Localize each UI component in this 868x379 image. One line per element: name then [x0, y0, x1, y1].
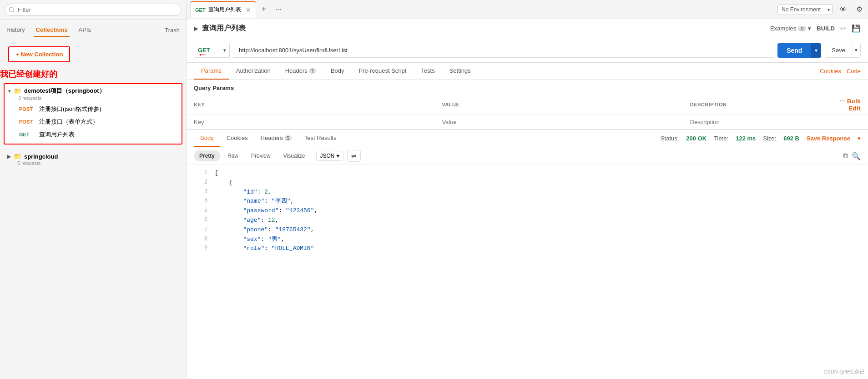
- tab-name: 查询用户列表: [208, 6, 241, 14]
- method-badge-get: GET: [19, 132, 35, 137]
- json-content: 1 [ 2 { 3 "id": 2, 4 "name": "李四", 5 "pa…: [187, 165, 868, 379]
- examples-button[interactable]: Examples 0 ▾: [770, 25, 811, 32]
- tab-params[interactable]: Params: [194, 63, 229, 80]
- code-link[interactable]: Code: [847, 68, 861, 75]
- response-tab-test-results[interactable]: Test Results: [298, 130, 343, 147]
- send-button[interactable]: Send: [777, 43, 811, 58]
- expand-arrow-icon[interactable]: ▶: [194, 25, 198, 32]
- request-name: 注册接口(json格式传参): [39, 105, 101, 113]
- json-line-1: 1 [: [187, 169, 868, 178]
- tab-tests[interactable]: Tests: [414, 63, 442, 80]
- request-name3: 查询用户列表: [39, 130, 75, 139]
- format-preview-button[interactable]: Preview: [246, 150, 276, 161]
- col-key-header: KEY: [187, 94, 434, 115]
- build-button[interactable]: BUILD: [817, 25, 835, 32]
- collection-item-demotest[interactable]: ▾ 📁 demotest项目（springboot） 3 requests PO…: [4, 83, 182, 145]
- sub-tab-right: Cookies Code: [820, 68, 861, 75]
- more-params-icon[interactable]: ···: [839, 97, 845, 105]
- bulk-edit-link[interactable]: Bulk Edit: [847, 98, 861, 112]
- tab-authorization[interactable]: Authorization: [229, 63, 278, 80]
- cookies-link[interactable]: Cookies: [820, 68, 841, 75]
- more-tabs-button[interactable]: ···: [272, 4, 285, 15]
- chevron-down-icon: ▾: [8, 88, 11, 94]
- url-input[interactable]: [233, 43, 774, 58]
- main-panel: GET 查询用户列表 ✕ + ··· No Environment ▾ 👁 ⚙ …: [187, 0, 868, 379]
- active-request-tab[interactable]: GET 查询用户列表 ✕: [190, 1, 256, 18]
- format-pretty-button[interactable]: Pretty: [194, 150, 220, 161]
- tab-history[interactable]: History: [5, 24, 26, 37]
- save-response-button[interactable]: Save Response: [807, 135, 850, 142]
- json-line-6: 6 "age": 12,: [187, 216, 868, 225]
- format-type-selector[interactable]: JSON ▾: [316, 151, 343, 161]
- value-input[interactable]: [442, 119, 675, 125]
- collection-name: demotest项目（springboot）: [24, 87, 105, 95]
- examples-count-badge: 0: [798, 26, 806, 31]
- response-tab-cookies[interactable]: Cookies: [220, 130, 254, 147]
- tab-body[interactable]: Body: [323, 63, 352, 80]
- chevron-right-icon: ▶: [7, 154, 11, 160]
- close-tab-icon[interactable]: ✕: [246, 6, 251, 14]
- collection-name2: springcloud: [24, 153, 58, 160]
- format-raw-button[interactable]: Raw: [222, 150, 244, 161]
- col-value-header: VALUE: [434, 94, 682, 115]
- save-main-button[interactable]: Save: [825, 43, 852, 57]
- sub-tabs-bar: Params Authorization Headers7 Body Pre-r…: [187, 63, 868, 80]
- request-item-post2[interactable]: POST 注册接口（表单方式）: [8, 115, 178, 128]
- param-empty-row: [187, 115, 868, 130]
- json-line-5: 5 "password": "123456",: [187, 206, 868, 216]
- method-selector[interactable]: GET POST PUT DELETE ▾: [194, 43, 230, 58]
- settings-button[interactable]: ⚙: [854, 3, 864, 15]
- tab-collections[interactable]: Collections: [34, 24, 69, 37]
- size-value: 692 B: [783, 135, 799, 142]
- save-button-wrapper: Save ▾: [825, 43, 861, 58]
- save-icon-button[interactable]: 💾: [852, 24, 861, 33]
- send-button-wrapper: Send ▾: [777, 43, 821, 58]
- tab-bar-right: No Environment ▾ 👁 ⚙: [777, 3, 864, 15]
- request-title: 查询用户列表: [202, 24, 246, 33]
- new-collection-button[interactable]: + New Collection: [8, 46, 70, 62]
- trash-button[interactable]: Trash: [163, 25, 182, 35]
- collection-count2: 5 requests: [17, 160, 179, 166]
- response-toolbar: Pretty Raw Preview Visualize JSON ▾ ⇌ ⧉ …: [187, 147, 868, 165]
- response-tab-headers[interactable]: Headers5: [254, 130, 298, 147]
- collection-item-springcloud[interactable]: ▶ 📁 springcloud 5 requests: [4, 150, 182, 169]
- collection-header2: ▶ 📁 springcloud: [7, 153, 179, 160]
- collection-header: ▾ 📁 demotest项目（springboot）: [8, 87, 178, 95]
- search-response-button[interactable]: 🔍: [852, 152, 861, 160]
- add-tab-button[interactable]: +: [258, 3, 270, 16]
- tab-pre-request[interactable]: Pre-request Script: [352, 63, 414, 80]
- response-status-area: Status: 200 OK Time: 122 ms Size: 692 B …: [661, 135, 861, 142]
- tab-apis[interactable]: APIs: [77, 24, 93, 37]
- key-input[interactable]: [194, 119, 427, 125]
- request-name2: 注册接口（表单方式）: [39, 118, 98, 126]
- save-dropdown-button[interactable]: ▾: [852, 43, 860, 57]
- edit-icon-button[interactable]: ✏: [840, 24, 846, 33]
- json-line-3: 3 "id": 2,: [187, 188, 868, 197]
- status-label: Status:: [661, 135, 679, 142]
- filter-input[interactable]: [5, 4, 182, 16]
- folder-icon: 📁: [14, 87, 21, 95]
- send-dropdown-button[interactable]: ▾: [811, 43, 821, 58]
- tab-method-badge: GET: [195, 7, 206, 13]
- eye-button[interactable]: 👁: [838, 4, 849, 15]
- request-item-post1[interactable]: POST 注册接口(json格式传参): [8, 103, 178, 115]
- wrap-button[interactable]: ⇌: [347, 150, 361, 162]
- examples-chevron-icon: ▾: [808, 25, 811, 32]
- sidebar-search-area: [0, 0, 186, 20]
- environment-select[interactable]: No Environment: [777, 4, 833, 15]
- response-tab-body[interactable]: Body: [194, 130, 220, 147]
- created-annotation: 我已经创建好的: [0, 69, 186, 80]
- tab-settings[interactable]: Settings: [442, 63, 478, 80]
- json-line-8: 8 "sex": "男",: [187, 235, 868, 244]
- status-value: 200 OK: [686, 135, 707, 142]
- format-visualize-button[interactable]: Visualize: [278, 150, 311, 161]
- params-table: KEY VALUE DESCRIPTION ··· Bulk Edit: [187, 94, 868, 130]
- description-input[interactable]: [690, 119, 861, 125]
- request-item-get[interactable]: GET 查询用户列表: [8, 128, 178, 141]
- method-select-input[interactable]: GET POST PUT DELETE: [198, 47, 222, 54]
- response-area: Body Cookies Headers5 Test Results Statu…: [187, 130, 868, 379]
- format-type-chevron-icon: ▾: [337, 153, 339, 159]
- copy-button[interactable]: ⧉: [843, 152, 848, 160]
- save-response-chevron[interactable]: ▾: [858, 135, 861, 142]
- tab-headers[interactable]: Headers7: [278, 63, 323, 80]
